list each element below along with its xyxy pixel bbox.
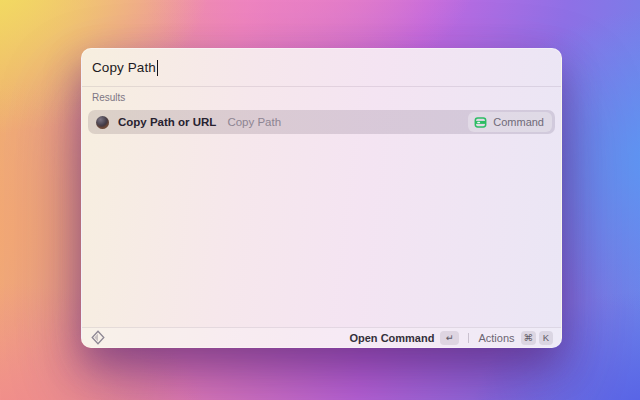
result-type-badge: Command: [468, 112, 552, 132]
actions-label: Actions: [478, 332, 514, 344]
results-section-header: Results: [88, 91, 555, 103]
cmd-key-icon: ⌘: [521, 331, 537, 345]
desktop-background: Copy Path Results Copy Path or URL Copy …: [0, 0, 640, 400]
results-panel: Results Copy Path or URL Copy Path Comma…: [82, 87, 561, 327]
footer-actions: Open Command ↵ Actions ⌘ K: [349, 331, 553, 345]
command-green-icon: [474, 116, 487, 129]
extension-icon: [96, 116, 109, 129]
result-subtitle: Copy Path: [227, 116, 281, 128]
return-key-icon: ↵: [440, 331, 459, 345]
result-type-label: Command: [493, 116, 544, 128]
result-row-copy-path-or-url[interactable]: Copy Path or URL Copy Path Command: [88, 110, 555, 134]
launcher-window: Copy Path Results Copy Path or URL Copy …: [81, 48, 562, 348]
status-bar: Open Command ↵ Actions ⌘ K: [82, 327, 561, 347]
footer-separator: [468, 333, 469, 343]
text-cursor: [157, 60, 159, 76]
search-input[interactable]: Copy Path: [82, 49, 561, 86]
open-command-button[interactable]: Open Command ↵: [349, 331, 459, 345]
search-input-value: Copy Path: [92, 60, 156, 75]
raycast-logo-icon: [91, 330, 105, 345]
actions-button[interactable]: Actions ⌘ K: [478, 331, 553, 345]
k-key-icon: K: [539, 331, 553, 345]
result-title: Copy Path or URL: [118, 116, 216, 128]
open-command-label: Open Command: [349, 332, 434, 344]
